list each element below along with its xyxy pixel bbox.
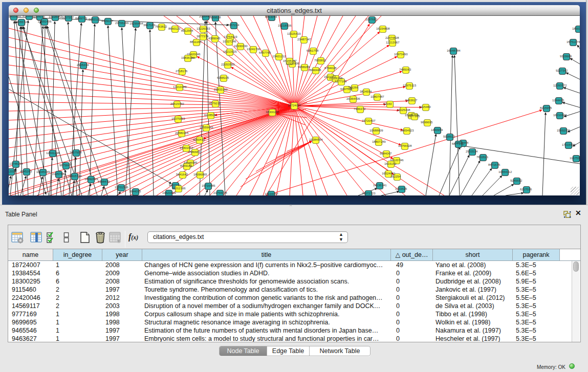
svg-text:1890399: 1890399 — [572, 27, 580, 30]
svg-text:4050413: 4050413 — [193, 138, 205, 141]
svg-text:1999828: 1999828 — [209, 16, 221, 19]
svg-text:9084067: 9084067 — [380, 152, 392, 155]
svg-text:23487347: 23487347 — [297, 38, 311, 41]
svg-text:6217026: 6217026 — [520, 188, 532, 191]
svg-text:1615152: 1615152 — [384, 162, 397, 165]
svg-text:19299464: 19299464 — [129, 22, 143, 25]
svg-text:1440954: 1440954 — [431, 128, 443, 132]
svg-text:6457765: 6457765 — [259, 51, 271, 54]
svg-text:21754078: 21754078 — [213, 191, 227, 194]
svg-text:2580963: 2580963 — [188, 150, 201, 154]
svg-text:18300295: 18300295 — [266, 111, 279, 114]
svg-text:16154808: 16154808 — [376, 27, 390, 30]
svg-text:9777169: 9777169 — [335, 80, 347, 83]
svg-text:9463627: 9463627 — [405, 99, 418, 102]
svg-text:8813054: 8813054 — [265, 16, 277, 18]
svg-text:4389045: 4389045 — [208, 37, 221, 40]
svg-text:1839221: 1839221 — [33, 16, 46, 18]
svg-text:2718176: 2718176 — [176, 70, 188, 73]
svg-text:4245263: 4245263 — [20, 170, 32, 173]
svg-text:20615450: 20615450 — [170, 102, 184, 105]
svg-text:8471676: 8471676 — [488, 163, 500, 166]
svg-text:5938923: 5938923 — [443, 135, 455, 138]
svg-text:10688609: 10688609 — [369, 129, 383, 132]
svg-text:8912954: 8912954 — [181, 29, 193, 32]
svg-text:7357224: 7357224 — [227, 24, 239, 27]
svg-text:12093572: 12093572 — [553, 84, 567, 87]
svg-text:62160: 62160 — [383, 102, 392, 105]
svg-text:7485063: 7485063 — [399, 68, 411, 71]
svg-text:7386372: 7386372 — [354, 107, 366, 111]
svg-text:9227342: 9227342 — [556, 69, 568, 72]
svg-text:16648784: 16648784 — [447, 49, 461, 52]
svg-text:22420046: 22420046 — [187, 53, 201, 56]
svg-text:10228452: 10228452 — [49, 16, 62, 18]
svg-text:19218506: 19218506 — [278, 24, 292, 27]
svg-text:9875847: 9875847 — [59, 164, 72, 167]
svg-text:27691406: 27691406 — [38, 20, 52, 23]
svg-text:18096865: 18096865 — [193, 173, 207, 176]
svg-text:10973493: 10973493 — [394, 53, 408, 56]
svg-text:7663822: 7663822 — [155, 25, 167, 28]
svg-text:5682115: 5682115 — [89, 18, 101, 21]
svg-text:7955812: 7955812 — [314, 59, 326, 62]
svg-text:18992829: 18992829 — [84, 178, 98, 181]
svg-text:2933514: 2933514 — [466, 150, 478, 153]
svg-text:252254: 252254 — [390, 175, 401, 178]
svg-text:5188470: 5188470 — [98, 180, 110, 183]
svg-text:15375853: 15375853 — [171, 117, 185, 120]
svg-text:9245652: 9245652 — [510, 179, 522, 182]
svg-text:9699695: 9699695 — [421, 121, 433, 124]
svg-text:1733426: 1733426 — [395, 187, 407, 190]
svg-text:8215955: 8215955 — [540, 106, 552, 110]
svg-text:3917183: 3917183 — [143, 24, 156, 27]
svg-text:19836388: 19836388 — [181, 56, 195, 59]
svg-text:6368105: 6368105 — [217, 76, 229, 79]
svg-text:19384554: 19384554 — [309, 138, 323, 141]
svg-text:16415740: 16415740 — [68, 174, 82, 178]
svg-text:4439167: 4439167 — [101, 19, 114, 23]
svg-text:9115460: 9115460 — [419, 105, 431, 108]
svg-text:13226053: 13226053 — [197, 27, 210, 30]
svg-text:6497568: 6497568 — [340, 87, 353, 91]
svg-text:1167531: 1167531 — [570, 157, 580, 160]
svg-text:13241736: 13241736 — [247, 48, 260, 51]
svg-text:4112034: 4112034 — [9, 170, 17, 173]
svg-text:6961758: 6961758 — [307, 49, 319, 52]
svg-text:22455603: 22455603 — [9, 16, 21, 18]
svg-text:23833160: 23833160 — [214, 88, 228, 91]
svg-text:12213967: 12213967 — [386, 41, 400, 44]
svg-text:15751074: 15751074 — [567, 40, 580, 43]
svg-text:9329966: 9329966 — [560, 55, 572, 58]
svg-text:4679214: 4679214 — [209, 102, 221, 105]
svg-text:8990448: 8990448 — [309, 69, 321, 72]
svg-text:8660123: 8660123 — [168, 27, 181, 30]
svg-text:21012166: 21012166 — [172, 187, 186, 190]
svg-text:2077105: 2077105 — [408, 115, 420, 118]
svg-text:10654112: 10654112 — [498, 170, 512, 173]
svg-text:7632621: 7632621 — [476, 156, 489, 159]
svg-text:13134457: 13134457 — [265, 192, 278, 195]
svg-text:10025438: 10025438 — [397, 108, 410, 112]
svg-text:16524851: 16524851 — [382, 172, 396, 175]
svg-text:18724007: 18724007 — [288, 104, 301, 107]
svg-text:22053595: 22053595 — [221, 63, 235, 66]
svg-text:10756928: 10756928 — [398, 144, 412, 147]
svg-text:12213389: 12213389 — [173, 85, 187, 89]
svg-text:10807487: 10807487 — [371, 95, 384, 98]
svg-text:20580115: 20580115 — [175, 132, 189, 135]
svg-text:13701506: 13701506 — [115, 186, 128, 189]
svg-text:15716485: 15716485 — [202, 184, 215, 187]
svg-text:5641643: 5641643 — [176, 173, 188, 176]
svg-text:6794028: 6794028 — [324, 67, 337, 70]
svg-text:17016504: 17016504 — [562, 143, 576, 146]
svg-text:13748244: 13748244 — [9, 162, 23, 165]
svg-text:2087682: 2087682 — [365, 18, 378, 21]
svg-text:12541238: 12541238 — [46, 151, 60, 155]
svg-text:12975115: 12975115 — [403, 84, 417, 87]
svg-text:6128503: 6128503 — [204, 114, 216, 117]
svg-text:1244415: 1244415 — [552, 99, 564, 102]
svg-text:16213925: 16213925 — [223, 50, 237, 53]
svg-text:19523409: 19523409 — [162, 191, 176, 194]
svg-text:8359183: 8359183 — [180, 164, 192, 167]
